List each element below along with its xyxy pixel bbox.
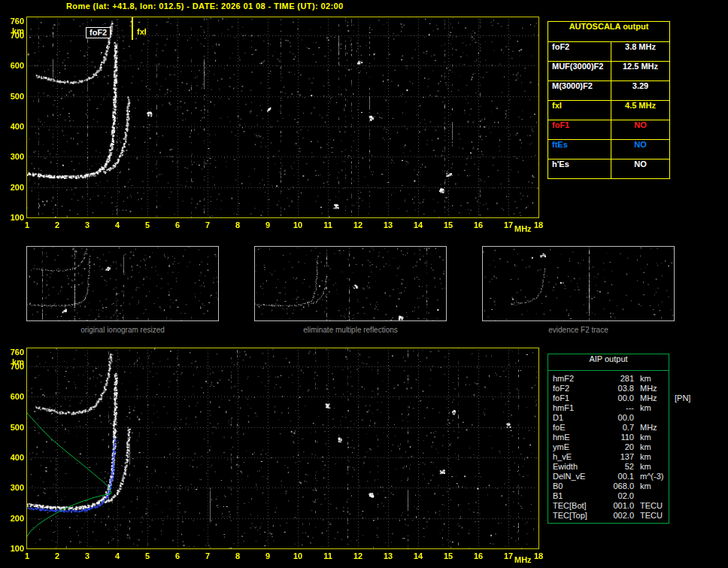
aip-row-label: foF2 [553, 384, 569, 393]
aip-row-value: 001.0 [590, 501, 634, 511]
autoscala-row-value: 12.5 MHz [611, 62, 669, 80]
aip-row: foF100.0MHz[PN] [548, 393, 669, 403]
aip-row-value: --- [590, 403, 634, 413]
aip-row-value: 00.0 [590, 413, 634, 423]
y-tick-label: 200 [1, 183, 24, 192]
aip-row-value: 03.8 [590, 384, 634, 393]
y-tick-label: 600 [1, 392, 24, 401]
autoscala-row-label: MUF(3000)F2 [548, 62, 611, 80]
autoscala-output-panel: AUTOSCALA output foF23.8 MHzMUF(3000)F21… [548, 21, 670, 179]
aip-row-note: [PN] [675, 393, 690, 403]
autoscala-row-value: 3.8 MHz [611, 42, 669, 61]
aip-row: D100.0 [548, 413, 669, 423]
thumbnail-eliminate-canvas [255, 247, 446, 320]
ionogram-plot-top: foF2 fxI [26, 17, 539, 218]
autoscala-row: foF1NO [548, 120, 669, 139]
y-tick-label: 760 [1, 17, 24, 26]
ionogram-plot-bottom [26, 348, 539, 549]
y-axis-unit: km [1, 357, 24, 366]
aip-row-value: 110 [590, 433, 634, 442]
x-tick-label: 2 [48, 551, 66, 560]
x-tick-label: 5 [138, 551, 156, 560]
autoscala-row-label: ftEs [548, 140, 611, 159]
aip-row-value: 068.0 [590, 481, 634, 491]
aip-row-unit: m^(-3) [640, 472, 663, 481]
aip-row-label: foE [553, 423, 566, 433]
foF2-annotation: foF2 [86, 27, 111, 38]
autoscala-row: h'EsNO [548, 159, 669, 178]
aip-row-unit: km [640, 452, 651, 462]
autoscala-row-label: foF2 [548, 42, 611, 61]
y-tick-label: 400 [1, 453, 24, 462]
autoscala-row-label: h'Es [548, 159, 611, 178]
aip-output-panel: AIP output hmF2281kmfoF203.8MHzfoF100.0M… [548, 354, 669, 524]
autoscala-row: M(3000)F23.29 [548, 80, 669, 100]
aip-row-label: hmF1 [553, 403, 574, 413]
autoscala-row-value: 3.29 [611, 81, 669, 100]
x-tick-label: 4 [108, 551, 126, 560]
x-axis-unit: MHz [514, 555, 532, 564]
autoscala-row: foF23.8 MHz [548, 41, 669, 61]
autoscala-row-value: 4.5 MHz [611, 101, 669, 120]
x-tick-label: 16 [469, 551, 487, 560]
aip-row-unit: km [640, 403, 651, 413]
y-tick-label: 400 [1, 122, 24, 131]
aip-row-value: 002.0 [590, 511, 634, 521]
x-tick-label: 7 [199, 551, 217, 560]
aip-row-unit: MHz [640, 384, 657, 393]
thumbnail-original-canvas [27, 247, 218, 320]
autoscala-row: ftEsNO [548, 139, 669, 159]
x-tick-label: 17 [499, 551, 517, 560]
x-tick-label: 13 [379, 220, 397, 229]
x-tick-label: 7 [199, 220, 217, 229]
aip-row-value: 137 [590, 452, 634, 462]
x-tick-label: 3 [78, 551, 96, 560]
aip-row-value: 52 [590, 462, 634, 472]
aip-row: Ewidth52km [548, 462, 669, 472]
aip-row-unit: MHz [640, 393, 657, 403]
thumbnail-evidence-canvas [483, 247, 674, 320]
aip-row-label: hmE [553, 433, 570, 442]
y-tick-label: 500 [1, 92, 24, 101]
aip-row-unit: km [640, 433, 651, 442]
aip-row-unit: TECU [640, 501, 663, 511]
x-tick-label: 1 [18, 551, 36, 560]
fxI-annotation: fxI [137, 27, 147, 36]
aip-row: foF203.8MHz [548, 384, 669, 393]
aip-row: TEC[Bot]001.0TECU [548, 501, 669, 511]
aip-row: hmF2281km [548, 374, 669, 384]
x-tick-label: 2 [48, 220, 66, 229]
aip-row: B102.0 [548, 491, 669, 501]
y-tick-label: 600 [1, 61, 24, 70]
autoscala-row-label: M(3000)F2 [548, 81, 611, 100]
autoscala-row: MUF(3000)F212.5 MHz [548, 61, 669, 80]
y-tick-label: 760 [1, 348, 24, 357]
y-tick-label: 300 [1, 483, 24, 492]
aip-row-unit: TECU [640, 511, 663, 521]
autoscala-row-value: NO [611, 120, 669, 139]
aip-row-label: h_vE [553, 452, 572, 462]
y-tick-label: 200 [1, 514, 24, 523]
y-tick-label: 700 [1, 31, 24, 40]
aip-row-unit: MHz [640, 423, 657, 433]
y-tick-label: 100 [1, 213, 24, 222]
aip-row-label: hmF2 [553, 374, 574, 384]
x-tick-label: 3 [78, 220, 96, 229]
x-tick-label: 17 [499, 220, 517, 229]
thumbnail-caption-original: original ionogram resized [26, 326, 219, 334]
x-tick-label: 6 [168, 551, 187, 560]
thumbnail-caption-eliminate: eliminate multiple reflections [254, 326, 447, 334]
y-tick-label: 300 [1, 152, 24, 161]
aip-row: foE0.7MHz [548, 423, 669, 433]
x-tick-label: 15 [439, 220, 457, 229]
aip-panel-title: AIP output [548, 354, 669, 371]
x-tick-label: 8 [229, 551, 247, 560]
thumbnail-eliminate-multiples [254, 246, 447, 321]
x-tick-label: 9 [259, 551, 277, 560]
aip-row-label: B0 [553, 481, 563, 491]
x-tick-label: 11 [319, 220, 337, 229]
aip-row: TEC[Top]002.0TECU [548, 511, 669, 521]
x-tick-label: 8 [229, 220, 247, 229]
x-tick-label: 12 [349, 220, 367, 229]
autoscala-panel-title: AUTOSCALA output [548, 22, 669, 41]
